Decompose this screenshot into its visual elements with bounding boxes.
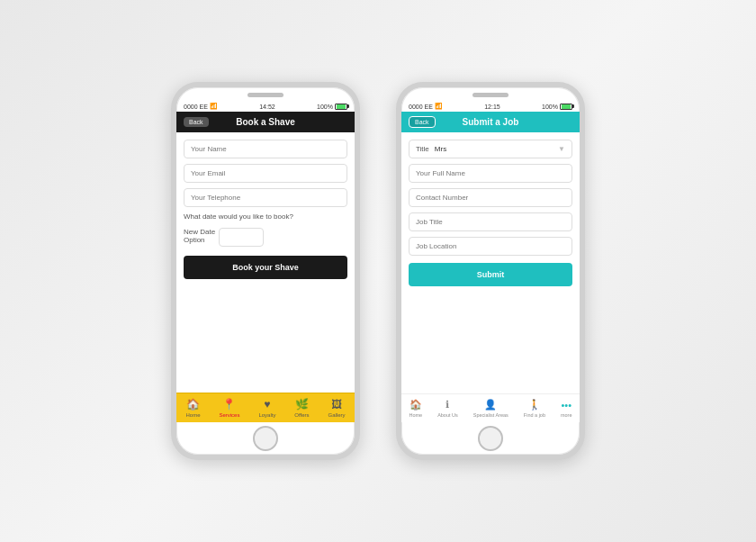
nav-loyalty-label-1: Loyalty <box>258 412 275 418</box>
speaker-1 <box>248 93 284 97</box>
option-label: Option <box>184 236 215 244</box>
title-value: Mrs <box>435 145 558 153</box>
job-location-input[interactable] <box>409 237 572 256</box>
loyalty-icon-1: ♥ <box>264 398 270 411</box>
battery-fill-1 <box>337 104 346 109</box>
battery-fill-2 <box>562 104 571 109</box>
home-button-1[interactable] <box>253 426 278 451</box>
date-input[interactable] <box>219 228 264 247</box>
app-header-1: Back Book a Shave <box>176 112 355 132</box>
home-icon-1: 🏠 <box>186 398 200 411</box>
carrier-2: 0000 EE <box>409 104 433 110</box>
battery-text-2: 100% <box>542 104 558 110</box>
nav-gallery-label-1: Gallery <box>328 412 346 418</box>
contact-number-input[interactable] <box>409 188 572 207</box>
nav-home-2[interactable]: 🏠 Home <box>409 399 422 418</box>
nav-services-1[interactable]: 📍 Services <box>219 398 239 418</box>
status-bar-2: 0000 EE 📶 12:15 100% <box>401 101 580 112</box>
battery-icon-1 <box>335 104 347 110</box>
nav-about-2[interactable]: ℹ About Us <box>437 399 458 418</box>
page-wrapper: 0000 EE 📶 14:52 100% Back Book a Shave W… <box>0 0 756 542</box>
screen-1: Back Book a Shave What date would you li… <box>176 112 355 422</box>
phone-2: 0000 EE 📶 12:15 100% Back Submit a Job T… <box>396 82 585 460</box>
nav-offers-label-1: Offers <box>294 412 309 418</box>
nav-findjob-2[interactable]: 🚶 Find a job <box>524 399 545 418</box>
phone-top-1 <box>176 87 355 101</box>
more-icon-2: ••• <box>561 400 572 411</box>
time-1: 14:52 <box>259 104 275 110</box>
app-content-2: Title Mrs ▼ Submit <box>401 132 580 393</box>
bottom-nav-2: 🏠 Home ℹ About Us 👤 Specialist Areas 🚶 F… <box>401 393 580 422</box>
app-header-2: Back Submit a Job <box>401 112 580 132</box>
screen-2: Back Submit a Job Title Mrs ▼ Submit 🏠 H… <box>401 112 580 422</box>
home-button-2[interactable] <box>478 426 503 451</box>
battery-text-1: 100% <box>317 104 333 110</box>
specialist-icon-2: 👤 <box>484 399 497 411</box>
nav-specialist-label-2: Specialist Areas <box>473 412 508 418</box>
speaker-2 <box>472 93 508 97</box>
status-left-1: 0000 EE 📶 <box>184 103 218 110</box>
gallery-icon-1: 🖼 <box>331 398 342 411</box>
status-right-2: 100% <box>542 104 572 110</box>
name-input[interactable] <box>184 140 347 158</box>
back-button-2[interactable]: Back <box>409 116 436 128</box>
nav-gallery-1[interactable]: 🖼 Gallery <box>328 398 346 418</box>
nav-more-2[interactable]: ••• more <box>561 400 572 418</box>
carrier-1: 0000 EE <box>184 104 208 110</box>
title-row[interactable]: Title Mrs ▼ <box>409 140 572 158</box>
email-input[interactable] <box>184 164 347 183</box>
nav-about-label-2: About Us <box>437 412 458 418</box>
full-name-input[interactable] <box>409 164 572 183</box>
nav-home-1[interactable]: 🏠 Home <box>185 398 200 418</box>
nav-findjob-label-2: Find a job <box>524 412 545 418</box>
wifi-icon-2: 📶 <box>435 103 443 110</box>
services-icon-1: 📍 <box>222 398 236 411</box>
date-label: New Date Option <box>184 228 215 244</box>
battery-icon-2 <box>560 104 572 110</box>
job-title-input[interactable] <box>409 212 572 231</box>
status-left-2: 0000 EE 📶 <box>409 103 443 110</box>
app-title-1: Book a Shave <box>236 117 295 127</box>
status-right-1: 100% <box>317 104 347 110</box>
chevron-down-icon: ▼ <box>558 145 565 153</box>
findjob-icon-2: 🚶 <box>528 399 541 411</box>
telephone-input[interactable] <box>184 188 347 207</box>
about-icon-2: ℹ <box>446 399 449 411</box>
offers-icon-1: 🌿 <box>295 398 309 411</box>
nav-loyalty-1[interactable]: ♥ Loyalty <box>258 398 275 418</box>
home-icon-2: 🏠 <box>410 399 422 411</box>
nav-specialist-2[interactable]: 👤 Specialist Areas <box>473 399 508 418</box>
app-content-1: What date would you like to book? New Da… <box>176 132 355 393</box>
title-label: Title <box>416 145 429 153</box>
back-button-1[interactable]: Back <box>184 117 209 127</box>
nav-home-label-2: Home <box>409 412 422 418</box>
nav-home-label-1: Home <box>185 412 200 418</box>
phone-top-2 <box>401 87 580 101</box>
nav-services-label-1: Services <box>219 412 239 418</box>
new-date-label: New Date <box>184 228 215 236</box>
date-row: New Date Option <box>184 228 347 247</box>
date-question: What date would you like to book? <box>184 212 347 221</box>
book-shave-button[interactable]: Book your Shave <box>184 256 347 279</box>
time-2: 12:15 <box>484 104 500 110</box>
nav-offers-1[interactable]: 🌿 Offers <box>294 398 309 418</box>
nav-more-label-2: more <box>561 412 572 418</box>
status-bar-1: 0000 EE 📶 14:52 100% <box>176 101 355 112</box>
phone-1: 0000 EE 📶 14:52 100% Back Book a Shave W… <box>171 82 360 460</box>
bottom-nav-1: 🏠 Home 📍 Services ♥ Loyalty 🌿 Offers 🖼 <box>176 393 355 422</box>
app-title-2: Submit a Job <box>463 117 519 127</box>
wifi-icon-1: 📶 <box>210 103 218 110</box>
submit-button[interactable]: Submit <box>409 263 572 286</box>
